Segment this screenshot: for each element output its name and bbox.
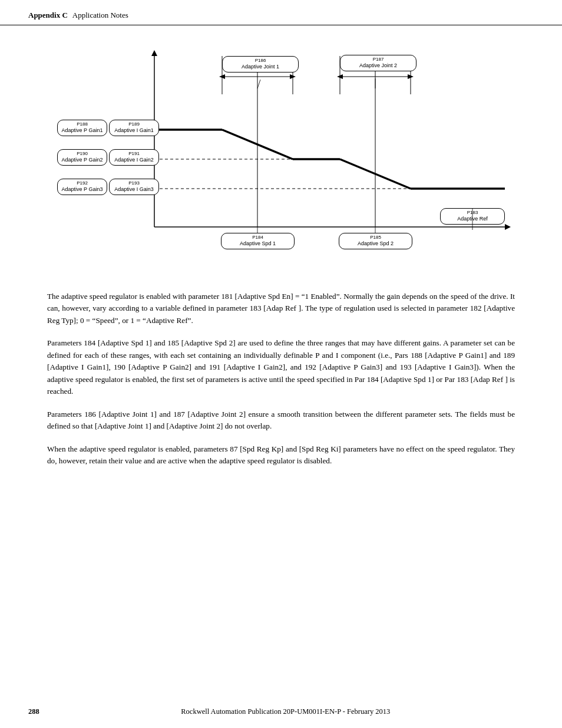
footer-right: [532, 707, 534, 716]
footer-publication: Rockwell Automation Publication 20P-UM00…: [181, 707, 390, 716]
svg-marker-2: [505, 224, 511, 230]
adaptive-gains-diagram: P186 Adaptive Joint 1 P187 Adaptive Join…: [39, 44, 523, 280]
header-title: Application Notes: [72, 11, 128, 20]
diagram-area: P186 Adaptive Joint 1 P187 Adaptive Join…: [39, 44, 523, 280]
page: Appendix C Application Notes: [0, 0, 562, 728]
page-footer: 288 Rockwell Automation Publication 20P-…: [0, 707, 562, 716]
paragraph-3: Parameters 186 [Adaptive Joint 1] and 18…: [47, 409, 515, 433]
paragraph-2: Parameters 184 [Adaptive Spd 1] and 185 …: [47, 337, 515, 397]
content-area: The adaptive speed regulator is enabled …: [0, 291, 562, 495]
paragraph-4: When the adaptive speed regulator is ena…: [47, 443, 515, 467]
page-number: 288: [28, 707, 39, 716]
paragraph-1: The adaptive speed regulator is enabled …: [47, 291, 515, 327]
svg-marker-3: [151, 50, 157, 56]
page-header: Appendix C Application Notes: [0, 0, 562, 25]
appendix-label: Appendix C: [28, 11, 68, 20]
svg-line-29: [257, 80, 260, 88]
